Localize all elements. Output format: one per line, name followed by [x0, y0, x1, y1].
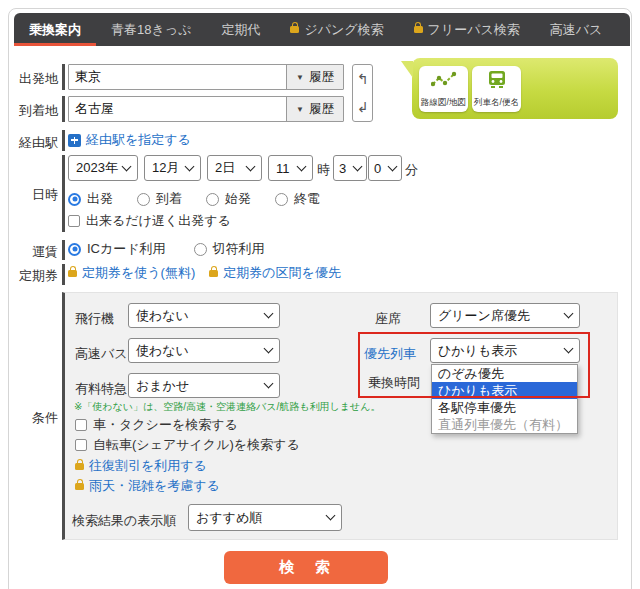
month-select[interactable]: 12月	[144, 155, 201, 181]
seat-label: 座席	[375, 310, 401, 328]
bicycle-share-checkbox[interactable]: 自転車(シェアサイクル)を検索する	[75, 436, 300, 454]
swap-down-arrow-icon: ↲	[357, 100, 369, 114]
chevron-down-icon	[326, 511, 336, 521]
hour-select[interactable]: 11	[268, 155, 313, 181]
departure-combo: 東京 ▼ 履歴	[68, 64, 344, 90]
lock-icon	[75, 463, 84, 470]
radio-checked-icon	[68, 193, 81, 206]
radio-option-first-train[interactable]: 始発	[206, 190, 251, 208]
chevron-down-icon	[264, 379, 274, 389]
arrival-history-button[interactable]: ▼ 履歴	[286, 97, 343, 121]
chevron-down-icon	[185, 161, 195, 171]
priority-train-dropdown: のぞみ優先 ひかりも表示 各駅停車優先 直通列車優先（有料）	[431, 364, 578, 434]
checkbox-icon	[68, 215, 80, 227]
link-label: 往復割引を利用する	[89, 457, 207, 475]
use-pass-link[interactable]: 定期券を使う(無料)	[68, 264, 195, 282]
tab-freepass-search[interactable]: フリーパス検索	[399, 13, 535, 46]
link-label: 定期券を使う(無料)	[82, 264, 195, 282]
hour-unit-label: 時	[317, 161, 330, 179]
priority-train-select[interactable]: ひかりも表示	[430, 338, 580, 363]
departure-input[interactable]: 東京	[69, 68, 286, 86]
dropdown-option-nozomi[interactable]: のぞみ優先	[432, 365, 577, 382]
swap-stations-button[interactable]: ↰ ↲	[352, 64, 373, 122]
paid-express-select[interactable]: おまかせ	[128, 373, 280, 398]
sort-order-value: おすすめ順	[196, 509, 262, 527]
airplane-label: 飛行機	[75, 310, 114, 328]
link-label: 雨天・混雑を考慮する	[89, 477, 220, 495]
radio-icon	[137, 193, 150, 206]
minute-tens-value: 3	[339, 161, 346, 176]
via-link-label: 経由駅を指定する	[86, 131, 191, 149]
paid-express-label: 有料特急	[75, 380, 127, 398]
tab-label: 定期代	[221, 21, 260, 39]
day-select[interactable]: 2日	[207, 155, 262, 181]
departure-history-button[interactable]: ▼ 履歴	[286, 65, 343, 89]
chevron-down-icon	[246, 161, 256, 171]
conditions-label: 条件	[0, 409, 58, 427]
radio-option-departure[interactable]: 出発	[68, 190, 113, 208]
tab-commuter-fare[interactable]: 定期代	[206, 13, 275, 46]
paid-express-value: おまかせ	[136, 377, 189, 395]
car-taxi-checkbox[interactable]: 車・タクシーを検索する	[75, 416, 238, 434]
airplane-select[interactable]: 使わない	[128, 303, 280, 328]
tab-label: 高速バス	[550, 21, 603, 39]
chevron-down-icon	[564, 309, 574, 319]
radio-icon	[206, 193, 219, 206]
radio-option-last-train[interactable]: 終電	[275, 190, 320, 208]
train-name-button[interactable]: 列車名/便名	[472, 66, 521, 112]
top-tab-bar: 乗換案内 青春18きっぷ 定期代 ジパング検索 フリーパス検索 高速バス	[14, 13, 630, 46]
divider	[62, 240, 65, 260]
depart-late-checkbox[interactable]: 出来るだけ遅く出発する	[68, 212, 231, 230]
tab-zipang-search[interactable]: ジパング検索	[275, 13, 398, 46]
weather-congestion-link[interactable]: 雨天・混雑を考慮する	[75, 477, 220, 495]
arrival-input[interactable]: 名古屋	[69, 100, 286, 118]
route-map-icon	[431, 70, 457, 90]
route-map-button[interactable]: 路線図/地図	[419, 66, 468, 112]
transfer-time-label: 乗換時間	[368, 374, 420, 392]
specify-via-station-link[interactable]: 経由駅を指定する	[68, 131, 191, 149]
tab-transit-guide[interactable]: 乗換案内	[14, 13, 96, 46]
link-label: 定期券の区間を優先	[223, 264, 341, 282]
datetime-label: 日時	[0, 186, 58, 204]
tab-seishun18[interactable]: 青春18きっぷ	[96, 13, 206, 46]
chevron-down-icon	[388, 161, 398, 171]
minute-tens-select[interactable]: 3	[333, 155, 367, 181]
divider	[62, 64, 65, 90]
airplane-value: 使わない	[136, 307, 189, 325]
minute-unit-label: 分	[405, 161, 418, 179]
highway-bus-value: 使わない	[136, 342, 189, 360]
round-trip-discount-link[interactable]: 往復割引を利用する	[75, 457, 207, 475]
history-label: 履歴	[309, 69, 334, 86]
divider	[62, 264, 65, 285]
minute-ones-select[interactable]: 0	[368, 155, 402, 181]
transit-search-page: 乗換案内 青春18きっぷ 定期代 ジパング検索 フリーパス検索 高速バス 出発地…	[0, 0, 640, 589]
history-label: 履歴	[309, 101, 334, 118]
minute-ones-value: 0	[374, 161, 381, 176]
tab-highway-bus[interactable]: 高速バス	[535, 13, 618, 46]
sort-order-label: 検索結果の表示順	[72, 512, 176, 530]
seat-select[interactable]: グリーン席優先	[430, 303, 580, 328]
departure-label: 出発地	[0, 70, 58, 88]
dropdown-option-local[interactable]: 各駅停車優先	[432, 399, 577, 416]
search-button[interactable]: 検 索	[224, 551, 388, 584]
year-select[interactable]: 2023年	[68, 155, 138, 181]
chevron-down-icon	[264, 309, 274, 319]
hour-value: 11	[276, 161, 290, 176]
radio-option-ticket[interactable]: 切符利用	[194, 240, 265, 258]
radio-option-ic-card[interactable]: ICカード利用	[68, 240, 166, 258]
fare-radios: ICカード利用 切符利用	[68, 240, 265, 258]
checkbox-label: 出来るだけ遅く出発する	[86, 212, 231, 230]
chevron-down-icon	[564, 344, 574, 354]
dropdown-option-hikari[interactable]: ひかりも表示	[432, 382, 577, 399]
pass-label: 定期券	[0, 267, 58, 285]
prefer-pass-section-link[interactable]: 定期券の区間を優先	[209, 264, 341, 282]
lock-icon	[75, 483, 84, 490]
tab-label: フリーパス検索	[428, 21, 520, 39]
radio-label: 始発	[225, 190, 251, 208]
radio-option-arrival[interactable]: 到着	[137, 190, 182, 208]
seat-value: グリーン席優先	[438, 307, 530, 325]
highway-bus-select[interactable]: 使わない	[128, 338, 280, 363]
sort-order-select[interactable]: おすすめ順	[188, 504, 342, 531]
chevron-down-icon	[353, 161, 363, 171]
dont-use-note: ※「使わない」は、空路/高速・空港連絡バス/航路も利用しません。	[74, 400, 381, 414]
